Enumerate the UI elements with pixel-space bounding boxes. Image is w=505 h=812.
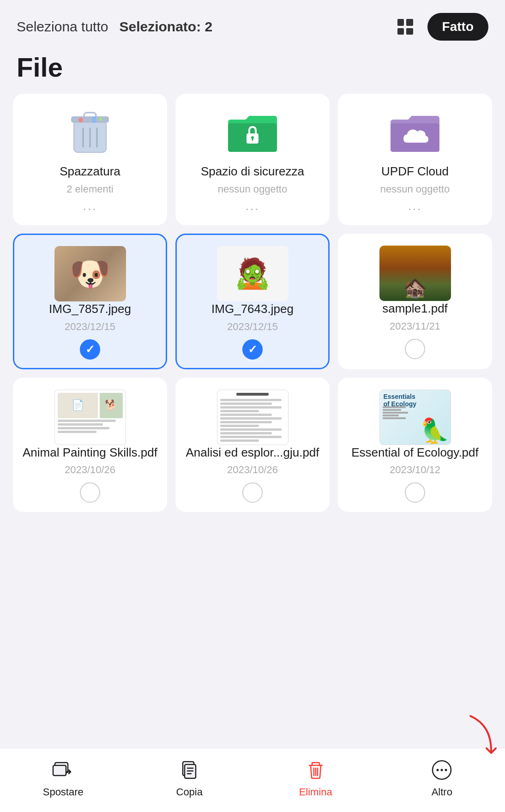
secure-folder-icon [225, 106, 280, 156]
puppy-emoji: 🐶 [69, 257, 111, 290]
tl4 [220, 410, 259, 412]
toolbar-elimina[interactable]: Elimina [252, 758, 379, 798]
bottom-toolbar: Spostare Copia Elimina [0, 748, 505, 812]
svg-rect-11 [252, 138, 253, 141]
elimina-label: Elimina [299, 786, 332, 798]
tl12 [220, 439, 259, 442]
ecology-thumbnail: Essentialsof Ecology 🦜 [379, 390, 451, 445]
cloud-meta: nessun oggetto [380, 183, 450, 195]
img7643-name: IMG_7643.jpeg [211, 301, 294, 317]
tl3 [220, 406, 282, 409]
analisi-thumbnail [217, 390, 289, 445]
file-card-analisi[interactable]: Analisi ed esplor...gju.pdf 2023/10/26 [175, 378, 330, 512]
animal-checkbox[interactable] [80, 482, 100, 503]
file-card-trash[interactable]: Spazzatura 2 elementi ··· [13, 94, 167, 225]
ecology-checkbox[interactable] [405, 482, 425, 503]
copia-icon [177, 758, 202, 782]
sample1-name: sample1.pdf [382, 301, 448, 317]
animal-thumbnail: 📄 🐕 [54, 390, 126, 445]
animal-date: 2023/10/26 [65, 464, 115, 476]
svg-point-6 [78, 118, 83, 122]
img7857-date: 2023/12/15 [65, 321, 115, 333]
file-card-animal[interactable]: 📄 🐕 Animal Painting Skills.pdf 2023/10/2… [13, 378, 167, 512]
file-card-secure[interactable]: Spazio di sicurezza nessun oggetto ··· [175, 94, 330, 225]
svg-rect-13 [53, 765, 66, 776]
cloud-folder-icon [387, 106, 443, 156]
sample1-checkbox[interactable] [405, 339, 425, 359]
file-card-ecology[interactable]: Essentialsof Ecology 🦜 Essential of Ecol… [338, 378, 492, 512]
trash-meta: 2 elementi [66, 183, 114, 195]
toolbar-altro[interactable]: Altro [379, 758, 505, 798]
svg-rect-7 [92, 116, 96, 123]
toolbar-copia[interactable]: Copia [126, 758, 253, 798]
selected-count: Selezionato: 2 [119, 19, 212, 35]
analisi-date: 2023/10/26 [227, 464, 278, 476]
img7643-checkbox[interactable]: ✓ [242, 339, 263, 360]
toolbar-spostare[interactable]: Spostare [0, 758, 126, 798]
spostare-icon [51, 758, 76, 782]
img7857-thumbnail: 🐶 [54, 246, 126, 301]
secure-name: Spazio di sicurezza [201, 164, 304, 180]
page-title: File [0, 48, 505, 94]
fatto-button[interactable]: Fatto [427, 13, 488, 41]
secure-more[interactable]: ··· [246, 202, 260, 216]
img7857-name: IMG_7857.jpeg [49, 301, 131, 317]
tl5 [220, 414, 272, 416]
img7643-thumbnail: 🧟 [217, 246, 289, 301]
tl7 [220, 421, 272, 423]
sample1-date: 2023/11/21 [390, 320, 440, 332]
trash-folder-icon [62, 106, 118, 156]
svg-point-8 [99, 117, 102, 121]
animal-name: Animal Painting Skills.pdf [23, 445, 157, 461]
select-all-button[interactable]: Seleziona tutto [17, 19, 108, 35]
elimina-icon [303, 758, 328, 782]
ecology-date: 2023/10/12 [390, 464, 440, 476]
trash-name: Spazzatura [60, 164, 120, 180]
cloud-more[interactable]: ··· [408, 202, 422, 216]
sample1-thumbnail: 🏚️ [379, 246, 451, 301]
tl9 [220, 428, 282, 431]
altro-icon [429, 758, 454, 782]
cloud-name: UPDF Cloud [381, 164, 449, 180]
arrow-annotation [463, 711, 500, 759]
file-card-cloud[interactable]: UPDF Cloud nessun oggetto ··· [338, 94, 492, 225]
altro-label: Altro [432, 786, 452, 798]
file-card-img7857[interactable]: 🐶 IMG_7857.jpeg 2023/12/15 ✓ [13, 234, 167, 369]
check-icon-2: ✓ [248, 344, 257, 355]
copia-label: Copia [176, 786, 203, 798]
ecology-name: Essential of Ecology.pdf [351, 445, 479, 461]
trash-more[interactable]: ··· [83, 202, 97, 216]
tl8 [220, 425, 259, 427]
cat-emoji: 🧟 [234, 256, 271, 291]
analisi-name: Analisi ed esplor...gju.pdf [186, 445, 319, 461]
tl1 [220, 399, 282, 401]
img7643-date: 2023/12/15 [227, 321, 278, 333]
tl10 [220, 432, 272, 434]
file-card-sample1[interactable]: 🏚️ sample1.pdf 2023/11/21 [338, 234, 492, 369]
file-grid: Spazzatura 2 elementi ··· Spazio di sicu… [0, 94, 505, 523]
grid-view-button[interactable] [394, 16, 416, 38]
svg-rect-1 [71, 116, 109, 123]
svg-point-25 [445, 769, 447, 771]
file-card-img7643[interactable]: 🧟 IMG_7643.jpeg 2023/12/15 ✓ [175, 234, 330, 369]
spostare-label: Spostare [43, 786, 84, 798]
analisi-checkbox[interactable] [242, 482, 263, 503]
check-icon: ✓ [85, 344, 95, 355]
secure-meta: nessun oggetto [218, 183, 287, 195]
forest-hut-emoji: 🏚️ [403, 277, 427, 299]
svg-point-23 [437, 769, 439, 771]
tl11 [220, 436, 282, 438]
img7857-checkbox[interactable]: ✓ [80, 339, 100, 360]
tl2 [220, 403, 272, 405]
svg-point-24 [441, 769, 443, 771]
grid-icon [397, 19, 413, 35]
tl6 [220, 417, 282, 420]
header: Seleziona tutto Selezionato: 2 Fatto [0, 0, 505, 48]
